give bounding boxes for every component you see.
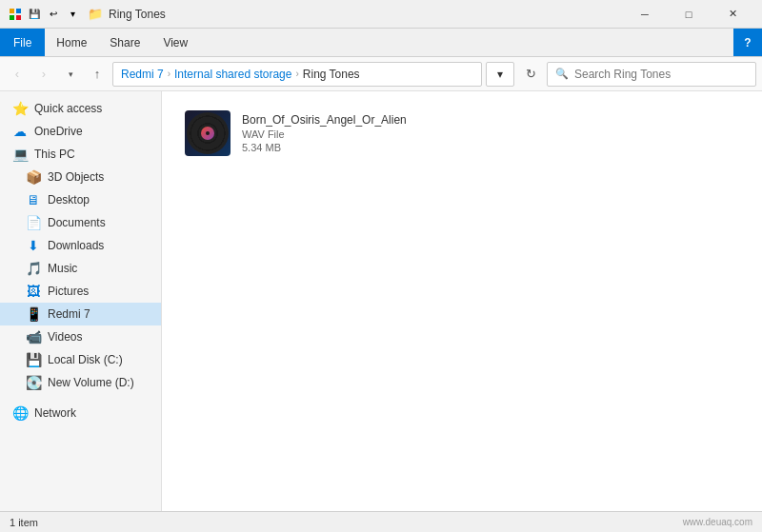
title-bar-icons: 💾 ↩ ▾ <box>8 7 80 22</box>
search-input[interactable] <box>574 68 748 81</box>
sidebar-item-desktop[interactable]: 🖥 Desktop <box>0 188 161 211</box>
sidebar-item-local-disk-c[interactable]: 💾 Local Disk (C:) <box>0 348 161 371</box>
breadcrumb-ring-tones: Ring Tones <box>303 68 360 81</box>
sidebar-item-3d-objects[interactable]: 📦 3D Objects <box>0 166 161 188</box>
watermark: www.deuaq.com <box>683 517 752 527</box>
maximize-button[interactable]: □ <box>667 0 711 29</box>
file-details: Born_Of_Osiris_Angel_Or_Alien WAV File 5… <box>242 113 407 153</box>
file-size: 5.34 MB <box>242 142 407 153</box>
menu-bar: File Home Share View ? <box>0 29 762 57</box>
sidebar-item-quick-access[interactable]: ⭐ Quick access <box>0 97 161 120</box>
menu-file[interactable]: File <box>0 29 45 56</box>
sidebar-label-network: Network <box>34 406 76 420</box>
file-name: Born_Of_Osiris_Angel_Or_Alien <box>242 113 407 127</box>
sidebar-label-local-disk-c: Local Disk (C:) <box>48 353 123 366</box>
refresh-button[interactable]: ↻ <box>518 62 543 87</box>
sidebar-label-redmi7: Redmi 7 <box>48 307 90 321</box>
file-content-area: Born_Of_Osiris_Angel_Or_Alien WAV File 5… <box>162 91 762 511</box>
title-bar-menu-icon[interactable] <box>8 7 23 22</box>
breadcrumb-redmi7[interactable]: Redmi 7 <box>121 68 164 81</box>
nav-forward-button[interactable]: › <box>32 63 55 86</box>
sidebar-label-pictures: Pictures <box>48 285 89 298</box>
svg-rect-3 <box>16 15 21 20</box>
menu-view[interactable]: View <box>151 29 199 56</box>
new-volume-d-icon: 💽 <box>25 375 42 390</box>
quick-access-icon: ⭐ <box>11 101 29 116</box>
onedrive-icon: ☁ <box>11 124 29 139</box>
main-layout: ⭐ Quick access ☁ OneDrive 💻 This PC 📦 3D… <box>0 91 762 511</box>
search-bar[interactable]: 🔍 <box>547 62 756 87</box>
svg-rect-0 <box>10 9 14 13</box>
breadcrumb-dropdown[interactable]: ▾ <box>486 62 514 87</box>
sidebar-label-documents: Documents <box>48 216 106 229</box>
menu-help[interactable]: ? <box>733 29 762 56</box>
sidebar-label-videos: Videos <box>48 330 82 344</box>
vinyl-icon <box>187 112 229 154</box>
redmi7-icon: 📱 <box>25 306 42 322</box>
network-icon: 🌐 <box>11 405 29 421</box>
sidebar-item-pictures[interactable]: 🖼 Pictures <box>0 280 161 303</box>
this-pc-icon: 💻 <box>11 147 29 162</box>
sidebar-label-3d-objects: 3D Objects <box>48 170 104 184</box>
sidebar-label-new-volume-d: New Volume (D:) <box>48 376 134 389</box>
local-disk-c-icon: 💾 <box>25 352 42 367</box>
menu-share[interactable]: Share <box>98 29 151 56</box>
sidebar-label-downloads: Downloads <box>48 239 104 252</box>
pictures-icon: 🖼 <box>25 284 42 299</box>
window-title: Ring Tones <box>109 8 166 21</box>
sidebar-item-this-pc[interactable]: 💻 This PC <box>0 143 161 166</box>
sidebar-label-desktop: Desktop <box>48 193 90 207</box>
close-button[interactable]: ✕ <box>711 0 754 29</box>
window-title-area: 📁 Ring Tones <box>88 7 623 21</box>
breadcrumb: Redmi 7 › Internal shared storage › Ring… <box>121 68 360 81</box>
3d-objects-icon: 📦 <box>25 169 42 185</box>
breadcrumb-internal-storage[interactable]: Internal shared storage <box>174 68 291 81</box>
quick-access-toolbar-undo[interactable]: ↩ <box>46 7 61 22</box>
file-icon-wav <box>185 110 231 156</box>
toolbar: ‹ › ▾ ↑ Redmi 7 › Internal shared storag… <box>0 57 762 91</box>
sidebar-item-onedrive[interactable]: ☁ OneDrive <box>0 120 161 143</box>
minimize-button[interactable]: ─ <box>623 0 667 29</box>
address-bar[interactable]: Redmi 7 › Internal shared storage › Ring… <box>112 62 482 87</box>
window-folder-icon: 📁 <box>88 7 103 21</box>
svg-rect-1 <box>16 9 21 13</box>
sidebar-label-this-pc: This PC <box>34 148 75 161</box>
downloads-icon: ⬇ <box>25 238 42 253</box>
file-item-born-of-osiris[interactable]: Born_Of_Osiris_Angel_Or_Alien WAV File 5… <box>177 107 414 160</box>
sidebar-label-quick-access: Quick access <box>34 102 102 115</box>
nav-up-button[interactable]: ↑ <box>86 63 109 86</box>
sidebar-item-network[interactable]: 🌐 Network <box>0 402 161 424</box>
sidebar-item-documents[interactable]: 📄 Documents <box>0 211 161 234</box>
breadcrumb-sep-2: › <box>295 69 298 79</box>
sidebar-item-redmi7[interactable]: 📱 Redmi 7 <box>0 303 161 325</box>
quick-access-toolbar-save[interactable]: 💾 <box>27 7 42 22</box>
svg-rect-2 <box>10 15 14 20</box>
documents-icon: 📄 <box>25 215 42 230</box>
music-icon: 🎵 <box>25 261 42 276</box>
sidebar-label-onedrive: OneDrive <box>34 125 83 138</box>
sidebar-item-videos[interactable]: 📹 Videos <box>0 325 161 348</box>
status-bar: 1 item www.deuaq.com <box>0 511 762 532</box>
quick-access-toolbar-down[interactable]: ▾ <box>65 7 80 22</box>
nav-back-button[interactable]: ‹ <box>6 63 29 86</box>
sidebar-item-new-volume-d[interactable]: 💽 New Volume (D:) <box>0 371 161 394</box>
sidebar-item-music[interactable]: 🎵 Music <box>0 257 161 280</box>
item-count: 1 item <box>10 517 38 528</box>
breadcrumb-sep-1: › <box>168 69 170 79</box>
sidebar: ⭐ Quick access ☁ OneDrive 💻 This PC 📦 3D… <box>0 91 162 511</box>
menu-home[interactable]: Home <box>45 29 98 56</box>
search-icon: 🔍 <box>555 68 569 80</box>
sidebar-label-music: Music <box>48 262 77 275</box>
window-controls: ─ □ ✕ <box>623 0 754 29</box>
sidebar-item-downloads[interactable]: ⬇ Downloads <box>0 234 161 257</box>
nav-recent-button[interactable]: ▾ <box>59 63 82 86</box>
videos-icon: 📹 <box>25 329 42 345</box>
file-type: WAV File <box>242 128 407 140</box>
title-bar: 💾 ↩ ▾ 📁 Ring Tones ─ □ ✕ <box>0 0 762 29</box>
desktop-icon: 🖥 <box>25 192 42 207</box>
